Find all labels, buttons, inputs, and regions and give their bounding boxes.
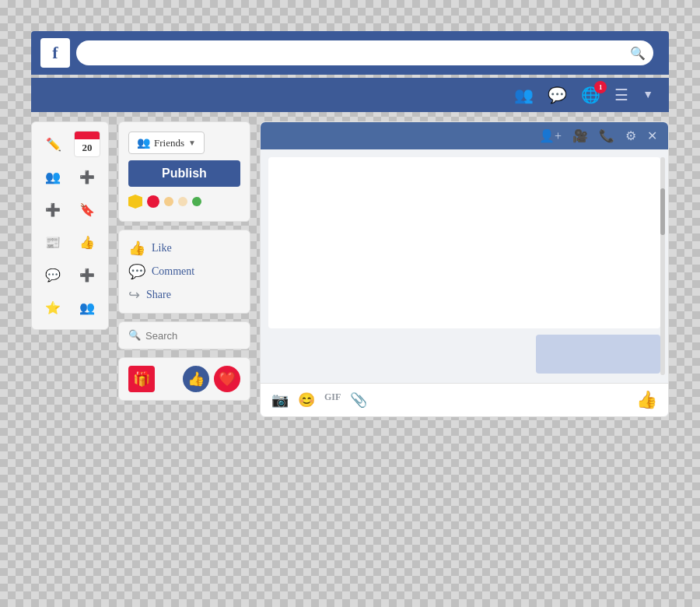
- friends-label: Friends: [154, 137, 184, 149]
- emoji-footer-icon[interactable]: 😊: [298, 391, 315, 409]
- chat-footer-right: 👍: [636, 390, 657, 410]
- share-button[interactable]: ↪ Share: [128, 286, 240, 304]
- scrollbar-track[interactable]: [660, 157, 665, 375]
- reaction-panel: 👍 Like 💬 Comment ↪ Share: [118, 230, 250, 314]
- bookmark-icon[interactable]: 🔖: [73, 195, 101, 223]
- search-icon: 🔍: [630, 46, 646, 61]
- chat-body: [261, 149, 668, 383]
- notifications-nav-icon[interactable]: ☰: [614, 86, 628, 104]
- left-icons-panel: ✏️ 20 👥 ➕ ➕ 🔖 📰 👍 💬 ➕: [31, 121, 109, 330]
- dropdown-caret-icon: ▼: [188, 139, 196, 147]
- chat-icon[interactable]: 💬: [39, 261, 67, 289]
- video-chat-icon[interactable]: 🎥: [572, 128, 588, 143]
- call-chat-icon[interactable]: 📞: [599, 128, 614, 143]
- gift-panel: 🎁 👍 ❤️: [118, 357, 250, 401]
- people-icon[interactable]: 👥: [73, 293, 101, 321]
- reaction-row: 👍 Like 💬 Comment ↪ Share: [128, 240, 240, 304]
- globe-nav-icon[interactable]: 🌐 1: [581, 86, 600, 104]
- scrollbar-thumb[interactable]: [660, 188, 665, 235]
- notification-badge: 1: [594, 81, 607, 93]
- fb-nav2: 👥 💬 🌐 1 ☰ ▼: [31, 78, 669, 112]
- icon-row-4: 📰 👍: [38, 228, 102, 256]
- green-dot: [192, 197, 201, 206]
- chat-footer-left: 📷 😊 GIF 📎: [271, 391, 367, 409]
- chat-header: 👤+ 🎥 📞 ⚙ ✕: [261, 122, 668, 149]
- orange-dot-2: [178, 197, 187, 206]
- chevron-down-icon[interactable]: ▼: [642, 89, 653, 101]
- add-icon-1[interactable]: ➕: [73, 163, 101, 191]
- settings-chat-icon[interactable]: ⚙: [625, 128, 636, 143]
- icon-row-1: ✏️ 20: [38, 130, 102, 158]
- messenger-search-input[interactable]: [145, 330, 276, 342]
- mid-panel: 👥 Friends ▼ Publish 👍: [118, 121, 250, 417]
- calendar-top: [75, 132, 100, 139]
- calendar-icon[interactable]: 20: [74, 131, 100, 157]
- fb-logo: f: [40, 38, 70, 68]
- attachment-footer-icon[interactable]: 📎: [350, 391, 367, 409]
- friends-nav-icon[interactable]: 👥: [514, 86, 534, 104]
- icon-row-2: 👥 ➕: [38, 163, 102, 191]
- search-input[interactable]: [84, 47, 630, 59]
- news-icon[interactable]: 📰: [39, 228, 67, 256]
- red-dot: [147, 195, 159, 208]
- chat-nav-icon[interactable]: 💬: [548, 86, 567, 104]
- comment-button[interactable]: 💬 Comment: [128, 263, 240, 280]
- like-icon[interactable]: 👍: [73, 228, 101, 256]
- add-icon-2[interactable]: ➕: [39, 195, 67, 223]
- content-area: ✏️ 20 👥 ➕ ➕ 🔖 📰 👍 💬 ➕: [31, 121, 669, 417]
- comment-label: Comment: [152, 265, 194, 278]
- heart-circle-button[interactable]: ❤️: [214, 366, 240, 392]
- orange-dot-1: [164, 197, 173, 206]
- like-button[interactable]: 👍 Like: [128, 240, 240, 257]
- fb-navbar: f 🔍: [31, 31, 669, 75]
- friends-dropdown[interactable]: 👥 Friends ▼: [128, 132, 205, 154]
- search-panel-icon: 🔍: [128, 329, 141, 342]
- like-heart-row: 👍 ❤️: [183, 366, 240, 392]
- chat-content-area: [268, 157, 660, 328]
- calendar-number: 20: [82, 139, 93, 156]
- add-icon-3[interactable]: ➕: [73, 261, 101, 289]
- fb-search-bar[interactable]: 🔍: [76, 40, 653, 65]
- like-label: Like: [152, 242, 172, 254]
- camera-footer-icon[interactable]: 📷: [271, 391, 289, 409]
- chat-footer: 📷 😊 GIF 📎 👍: [261, 383, 668, 416]
- icon-row-6: ⭐ 👥: [38, 293, 102, 321]
- like-circle-button[interactable]: 👍: [183, 366, 209, 392]
- gift-icon[interactable]: 🎁: [128, 366, 155, 392]
- like-footer-icon[interactable]: 👍: [636, 390, 657, 409]
- status-dots: [128, 195, 240, 209]
- comment-icon: 💬: [128, 263, 145, 280]
- post-panel: 👥 Friends ▼ Publish: [118, 121, 250, 222]
- gif-footer-icon[interactable]: GIF: [324, 391, 341, 409]
- chat-input-placeholder[interactable]: [536, 335, 660, 374]
- friends-btn-icon: 👥: [137, 136, 150, 149]
- friends-icon[interactable]: 👥: [39, 163, 67, 191]
- pencil-icon[interactable]: ✏️: [40, 130, 68, 158]
- shield-icon: [128, 195, 142, 209]
- search-panel: 🔍 ⚙ ✏: [118, 321, 250, 349]
- star-icon[interactable]: ⭐: [39, 293, 67, 321]
- icon-row-3: ➕ 🔖: [38, 195, 102, 223]
- chat-panel: 👤+ 🎥 📞 ⚙ ✕ 📷 😊 GIF 📎: [260, 121, 669, 417]
- icon-row-5: 💬 ➕: [38, 261, 102, 289]
- add-friend-chat-icon[interactable]: 👤+: [539, 128, 562, 143]
- share-icon: ↪: [128, 286, 140, 304]
- share-label: Share: [146, 289, 171, 301]
- like-reaction-icon: 👍: [128, 240, 145, 257]
- close-chat-icon[interactable]: ✕: [647, 128, 657, 143]
- publish-button[interactable]: Publish: [128, 160, 240, 187]
